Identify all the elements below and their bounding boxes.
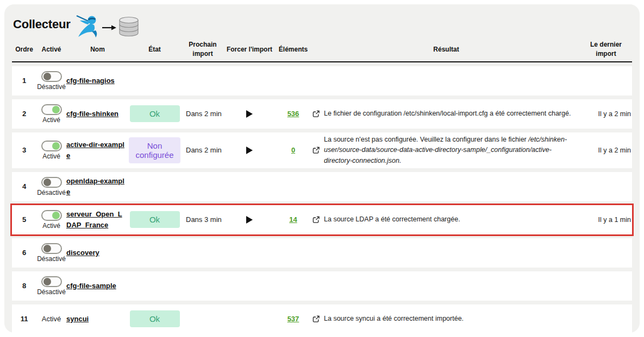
last-import-cell: Il y a 1 min [580,216,632,224]
column-header-prochain-import: Prochain import [180,38,225,61]
source-name-link[interactable]: syncui [66,315,89,323]
source-name-link[interactable]: serveur_Open_LDAP_France [66,210,122,229]
order-cell: 6 [12,249,36,257]
toggle-knob-icon [43,73,51,80]
order-cell: 3 [12,146,36,154]
order-cell: 11 [12,315,36,323]
enabled-label: Désactivé [37,83,66,91]
external-link-icon[interactable] [312,110,320,117]
ninja-icon [77,16,97,37]
status-badge: Ok [130,105,180,122]
enabled-toggle[interactable] [41,71,62,82]
force-import-button[interactable] [244,214,255,226]
next-import-cell: Dans 3 min [180,215,225,224]
last-import-cell: Il y a 2 min [580,110,632,118]
collector-table: Ordre Activé Nom État Prochain import Fo… [12,38,632,334]
play-icon [246,216,253,224]
order-cell: 8 [12,282,36,290]
table-row: 3 Activé active-dir-example Non configur… [12,132,632,168]
enabled-toggle[interactable] [41,276,62,287]
next-import-cell: Dans 2 min [180,146,225,154]
database-icon [120,17,138,36]
next-import-cell: Dans 2 min [180,110,225,118]
collector-panel: Collecteur [4,4,640,333]
enabled-toggle[interactable] [41,104,62,115]
order-cell: 5 [12,215,36,224]
column-header-forcer-import: Forcer l'import [225,43,274,56]
status-badge: Ok [130,211,180,228]
status-badge: Ok [130,310,180,327]
toggle-knob-icon [52,106,60,113]
result-cell: La source LDAP a été correctement chargé… [312,214,580,225]
enabled-cell: Activé [36,104,66,124]
result-cell: Le fichier de configuration /etc/shinken… [312,109,580,119]
table-row: 2 Activé cfg-file-shinken Ok Dans 2 min … [12,99,632,129]
force-import-button[interactable] [244,108,255,120]
page-title: Collecteur [13,13,71,31]
enabled-cell: Activé [36,210,66,230]
order-cell: 1 [12,77,36,85]
enabled-label: Désactivé [37,288,66,296]
enabled-toggle[interactable] [41,243,62,254]
enabled-label: Désactivé [37,189,66,196]
collecteur-logo [75,13,143,41]
external-link-icon[interactable] [312,147,320,154]
enabled-label: Activé [42,116,60,124]
result-text: La source LDAP a été correctement chargé… [324,214,460,225]
enabled-label: Activé [42,222,60,230]
column-header-ordre: Ordre [12,43,36,56]
force-import-button[interactable] [244,144,255,156]
arrow-right-icon [102,26,116,30]
source-name-link[interactable]: active-dir-example [66,141,124,160]
order-cell: 2 [12,110,36,118]
status-badge: Non configurée [129,137,180,163]
table-row: 5 Activé serveur_Open_LDAP_France Ok Dan… [12,205,632,234]
enabled-cell: Désactivé [36,243,66,263]
last-import-cell: Il y a 2 min [580,147,632,154]
source-name-link[interactable]: discovery [66,249,99,257]
result-text: Le fichier de configuration /etc/shinken… [324,109,571,119]
table-header-row: Ordre Activé Nom État Prochain import Fo… [12,38,632,62]
source-name-link[interactable]: cfg-file-nagios [66,77,115,85]
source-name-link[interactable]: openldap-example [66,177,124,196]
result-cell: La source syncui a été correctement impo… [312,314,580,324]
panel-header: Collecteur [4,4,640,38]
column-header-etat: État [129,43,180,56]
external-link-icon[interactable] [312,315,320,322]
external-link-icon[interactable] [312,216,320,223]
play-icon [246,110,253,118]
elements-count-link[interactable]: 536 [287,110,299,118]
enabled-toggle[interactable] [41,177,62,188]
enabled-toggle[interactable] [41,210,62,221]
toggle-knob-icon [43,245,51,252]
source-name-link[interactable]: cfg-file-shinken [66,110,118,118]
enabled-label: Désactivé [37,255,66,263]
enabled-text: Activé [42,315,61,323]
table-row: 8 Désactivé cfg-file-sample [12,271,632,301]
order-cell: 4 [12,182,36,190]
column-header-nom: Nom [66,43,129,56]
enabled-cell: Activé [36,315,66,323]
source-name-link[interactable]: cfg-file-sample [66,282,116,290]
elements-count-link[interactable]: 537 [287,315,299,323]
toggle-knob-icon [52,212,60,219]
enabled-label: Activé [42,152,60,160]
column-header-resultat: Résultat [312,43,580,56]
table-row: 1 Désactivé cfg-file-nagios [12,66,632,96]
enabled-cell: Désactivé [36,71,66,91]
enabled-cell: Activé [36,141,66,160]
elements-count-link[interactable]: 0 [291,146,295,154]
elements-count-link[interactable]: 14 [289,215,297,224]
column-header-elements: Éléments [274,43,312,56]
enabled-cell: Désactivé [36,177,66,196]
table-row: 6 Désactivé discovery [12,238,632,268]
enabled-cell: Désactivé [36,276,66,296]
toggle-knob-icon [43,278,51,285]
play-icon [246,147,253,154]
result-text: La source syncui a été correctement impo… [324,314,464,324]
result-cell: La source n'est pas configurée. Veuillez… [312,135,580,166]
toggle-knob-icon [43,179,51,186]
table-row: 11 Activé syncui Ok 537 La source syncui… [12,304,632,334]
enabled-toggle[interactable] [41,141,62,151]
toggle-knob-icon [52,142,60,150]
